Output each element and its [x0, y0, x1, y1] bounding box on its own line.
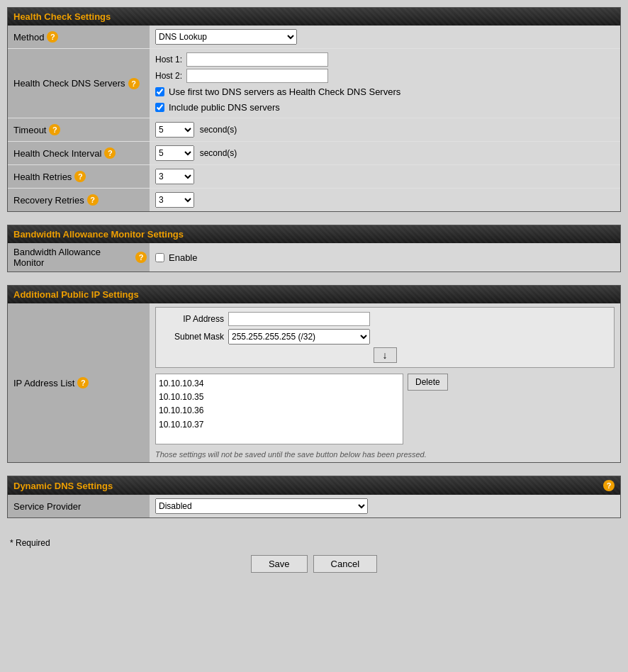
save-button[interactable]: Save [251, 555, 308, 573]
service-provider-label-cell: Service Provider [8, 495, 150, 517]
additional-public-ip-table: IP Address List ? IP Address Subnet Mask [8, 303, 620, 462]
bandwidth-monitor-row: Bandwidth Allowance Monitor ? Enable [8, 243, 620, 271]
add-ip-button[interactable]: ↓ [374, 347, 397, 363]
list-item: 10.10.10.34 [159, 377, 400, 391]
method-label-cell: Method ? [8, 26, 150, 49]
timeout-help-icon[interactable]: ? [49, 124, 60, 135]
subnet-mask-select[interactable]: 255.255.255.255 (/32) 255.255.255.0 (/24… [228, 329, 370, 345]
health-retries-help-icon[interactable]: ? [74, 171, 86, 182]
health-retries-control-cell: 3 1 5 [150, 165, 620, 189]
host1-row: Host 1: [155, 52, 615, 67]
dns-servers-help-icon[interactable]: ? [128, 78, 140, 89]
bandwidth-monitor-title: Bandwidth Allowance Monitor Settings [13, 229, 184, 240]
health-check-table: Method ? DNS Lookup Ping HTTP HTTPS Heal… [8, 26, 620, 211]
service-provider-row: Service Provider Disabled DynDNS No-IP C… [8, 495, 620, 517]
timeout-row: Timeout ? 5 1 10 second(s) [8, 118, 620, 142]
delete-ip-button[interactable]: Delete [408, 374, 448, 391]
health-check-title: Health Check Settings [13, 11, 111, 22]
health-check-interval-row: Health Check Interval ? 5 1 10 second(s) [8, 142, 620, 165]
dns-servers-label: Health Check DNS Servers [13, 78, 125, 89]
ip-address-input[interactable] [228, 312, 370, 326]
health-retries-label: Health Retries [13, 172, 72, 182]
health-check-header: Health Check Settings [8, 8, 620, 26]
method-label: Method [13, 32, 44, 43]
bandwidth-enable-row: Enable [155, 252, 615, 263]
timeout-label: Timeout [13, 125, 46, 135]
cancel-button[interactable]: Cancel [313, 555, 377, 573]
ip-address-list-label: IP Address List [13, 378, 74, 388]
dns-checkbox1-label: Use first two DNS servers as Health Chec… [169, 86, 400, 97]
use-first-dns-checkbox[interactable] [155, 87, 164, 96]
interval-unit: second(s) [200, 148, 237, 158]
ip-address-list-control-cell: IP Address Subnet Mask 255.255.255.255 (… [150, 303, 620, 462]
required-note: * Required [10, 538, 618, 548]
interval-label-cell: Health Check Interval ? [8, 142, 150, 165]
additional-public-ip-section: Additional Public IP Settings IP Address… [7, 285, 621, 463]
health-check-section: Health Check Settings Method ? DNS Looku… [7, 7, 621, 212]
ip-input-table: IP Address Subnet Mask 255.255.255.255 (… [155, 307, 615, 368]
timeout-select[interactable]: 5 1 10 [155, 122, 194, 138]
health-retries-row: Health Retries ? 3 1 5 [8, 165, 620, 189]
dynamic-dns-header: Dynamic DNS Settings ? [8, 476, 620, 495]
timeout-unit: second(s) [200, 125, 237, 135]
ip-list-container: 10.10.10.34 10.10.10.35 10.10.10.36 10.1… [155, 374, 615, 444]
dns-servers-container: Host 1: Host 2: Use first two DNS server… [155, 52, 615, 114]
interval-select[interactable]: 5 1 10 [155, 145, 194, 161]
ip-address-list-label-cell: IP Address List ? [8, 303, 150, 462]
save-note: Those settings will not be saved until t… [155, 450, 615, 459]
bandwidth-monitor-header: Bandwidth Allowance Monitor Settings [8, 225, 620, 243]
subnet-mask-input-row: Subnet Mask 255.255.255.255 (/32) 255.25… [160, 329, 610, 345]
health-retries-label-cell: Health Retries ? [8, 165, 150, 189]
ip-address-section: IP Address Subnet Mask 255.255.255.255 (… [155, 307, 615, 459]
dns-servers-control-cell: Host 1: Host 2: Use first two DNS server… [150, 49, 620, 118]
host2-input[interactable] [186, 69, 328, 83]
bandwidth-monitor-help-icon[interactable]: ? [135, 252, 147, 263]
health-retries-select[interactable]: 3 1 5 [155, 169, 194, 184]
additional-public-ip-header: Additional Public IP Settings [8, 286, 620, 303]
dynamic-dns-table: Service Provider Disabled DynDNS No-IP C… [8, 495, 620, 517]
bandwidth-enable-checkbox[interactable] [155, 253, 164, 262]
footer-section: * Required Save Cancel [7, 531, 621, 580]
ip-address-list-row: IP Address List ? IP Address Subnet Mask [8, 303, 620, 462]
include-public-dns-checkbox[interactable] [155, 103, 164, 112]
subnet-mask-field-label: Subnet Mask [160, 332, 224, 342]
footer-buttons: Save Cancel [10, 555, 618, 573]
dynamic-dns-title: Dynamic DNS Settings [13, 481, 113, 491]
list-item: 10.10.10.35 [159, 391, 400, 404]
ip-list[interactable]: 10.10.10.34 10.10.10.35 10.10.10.36 10.1… [155, 374, 403, 444]
interval-control-cell: 5 1 10 second(s) [150, 142, 620, 165]
add-ip-btn-row: ↓ [160, 347, 610, 363]
service-provider-select[interactable]: Disabled DynDNS No-IP ChangeIP [155, 498, 368, 514]
dns-checkbox2-row: Include public DNS servers [155, 102, 615, 113]
recovery-retries-select[interactable]: 3 1 5 [155, 192, 194, 208]
interval-label: Health Check Interval [13, 148, 101, 159]
dynamic-dns-section: Dynamic DNS Settings ? Service Provider … [7, 476, 621, 518]
recovery-retries-help-icon[interactable]: ? [87, 194, 99, 206]
dns-servers-label-cell: Health Check DNS Servers ? [8, 49, 150, 118]
bandwidth-enable-label: Enable [169, 252, 197, 263]
host1-input[interactable] [186, 52, 328, 67]
host2-label: Host 2: [155, 71, 182, 81]
interval-help-icon[interactable]: ? [104, 147, 116, 159]
ip-address-list-help-icon[interactable]: ? [77, 377, 89, 388]
list-item: 10.10.10.37 [159, 418, 400, 432]
bandwidth-monitor-label-cell: Bandwidth Allowance Monitor ? [8, 243, 150, 271]
method-row: Method ? DNS Lookup Ping HTTP HTTPS [8, 26, 620, 49]
host1-label: Host 1: [155, 55, 182, 65]
dns-checkbox2-label: Include public DNS servers [169, 102, 280, 113]
method-help-icon[interactable]: ? [47, 31, 58, 43]
bandwidth-monitor-label: Bandwidth Allowance Monitor [13, 247, 133, 268]
method-select[interactable]: DNS Lookup Ping HTTP HTTPS [155, 29, 297, 45]
recovery-retries-label: Recovery Retries [13, 195, 84, 206]
dynamic-dns-help-icon[interactable]: ? [603, 480, 615, 491]
timeout-label-cell: Timeout ? [8, 118, 150, 142]
list-item: 10.10.10.36 [159, 404, 400, 418]
additional-public-ip-title: Additional Public IP Settings [13, 289, 139, 300]
dns-servers-row: Health Check DNS Servers ? Host 1: Host … [8, 49, 620, 118]
bandwidth-monitor-table: Bandwidth Allowance Monitor ? Enable [8, 243, 620, 271]
timeout-control-cell: 5 1 10 second(s) [150, 118, 620, 142]
service-provider-label: Service Provider [13, 501, 81, 512]
recovery-retries-label-cell: Recovery Retries ? [8, 189, 150, 212]
bandwidth-monitor-control-cell: Enable [150, 243, 620, 271]
bandwidth-monitor-section: Bandwidth Allowance Monitor Settings Ban… [7, 225, 621, 272]
